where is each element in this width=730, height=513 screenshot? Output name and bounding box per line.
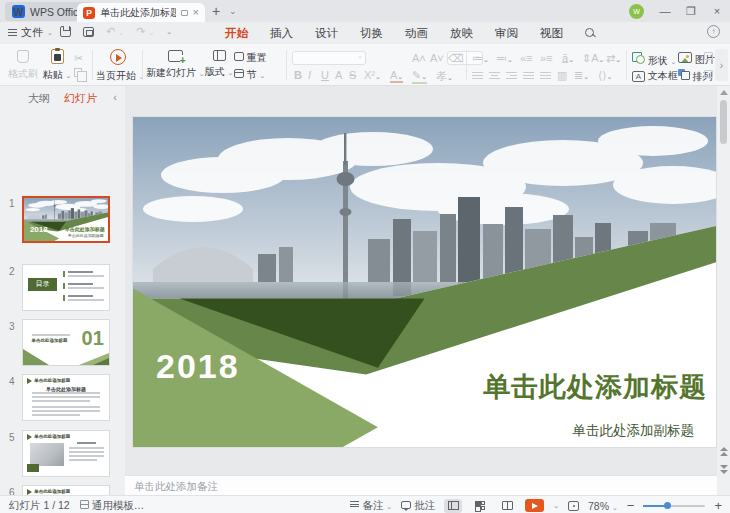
align-left-button[interactable]	[472, 70, 483, 81]
tab-list-dropdown-icon[interactable]: ⌄	[229, 6, 237, 16]
numbering-button[interactable]: ≕⌄	[496, 52, 513, 65]
tab-review[interactable]: 审阅	[494, 23, 519, 44]
increase-font-icon[interactable]: A˄	[412, 52, 426, 64]
tab-insert[interactable]: 插入	[269, 23, 294, 44]
shapes-button[interactable]: 形状 ⌄	[632, 52, 676, 68]
new-slide-button[interactable]: 新建幻灯片 ⌄	[146, 50, 204, 80]
slide-thumbnail-3[interactable]: 3 单击此处添加标题 01	[0, 319, 125, 368]
underline-button[interactable]: U	[321, 69, 329, 81]
undo-icon[interactable]: ↶ ⌄	[106, 25, 124, 38]
justify-button[interactable]	[523, 70, 534, 81]
tab-home[interactable]: 开始	[224, 23, 249, 44]
redo-icon[interactable]: ↷ ⌄	[136, 25, 154, 38]
next-slide-icon[interactable]	[719, 464, 728, 475]
thumbnail-canvas[interactable]: 单击此处添加标题 单击此处添加标题	[22, 374, 110, 421]
tab-transition[interactable]: 切换	[359, 23, 384, 44]
zoom-slider[interactable]	[643, 499, 705, 512]
restore-button[interactable]: ❐	[678, 5, 704, 18]
align-right-button[interactable]	[506, 70, 517, 81]
slide-thumbnail-2[interactable]: 2 目录	[0, 264, 125, 313]
thumbnail-canvas[interactable]: 单击此处添加标题 01	[22, 319, 110, 366]
decrease-font-icon[interactable]: A˅	[430, 52, 444, 64]
tab-view[interactable]: 视图	[539, 23, 564, 44]
normal-view-button[interactable]	[444, 499, 462, 513]
document-tab[interactable]: P 单击此处添加标题.pptx ×	[77, 3, 205, 22]
new-tab-button[interactable]: +	[212, 3, 220, 19]
paragraph-spacing-button[interactable]: ≣⌄	[574, 69, 589, 82]
thumbnail-canvas[interactable]: 目录	[22, 264, 110, 311]
notes-bar[interactable]: 单击此处添加备注	[125, 475, 717, 495]
print-icon[interactable]	[83, 27, 94, 37]
slide-year-text[interactable]: 2018	[156, 347, 240, 386]
close-tab-icon[interactable]: ×	[193, 7, 199, 18]
cut-button[interactable]: ✂	[74, 52, 83, 65]
italic-button[interactable]: I	[308, 69, 311, 81]
vertical-scrollbar[interactable]	[717, 86, 730, 495]
collapse-panel-icon[interactable]: ‹	[113, 91, 117, 103]
thumbnail-canvas[interactable]: 单击此处添加标题	[22, 430, 110, 477]
slide-thumbnail-4[interactable]: 4 单击此处添加标题 单击此处添加标题	[0, 374, 125, 423]
section-button[interactable]: 节 ⌄	[234, 68, 265, 82]
tab-outline[interactable]: 大纲	[28, 91, 50, 106]
zoom-slider-knob[interactable]	[664, 502, 671, 509]
scroll-up-icon[interactable]	[720, 90, 728, 95]
template-button[interactable]: 通用模板…	[80, 499, 144, 513]
thumbnail-canvas[interactable]: 2018 单击此处添加标题 单击此处添加副标题	[22, 196, 110, 243]
close-button[interactable]: ×	[704, 5, 730, 17]
comments-button[interactable]: 批注	[401, 499, 435, 513]
copy-button[interactable]	[74, 68, 82, 79]
bullets-button[interactable]: ≔⌄	[472, 52, 489, 65]
slide-thumbnail-5[interactable]: 5 单击此处添加标题	[0, 430, 125, 479]
search-icon[interactable]	[584, 27, 596, 39]
font-color-button[interactable]: A⌄	[390, 69, 403, 83]
minimize-button[interactable]: —	[652, 5, 678, 17]
ribbon-expand-button[interactable]: ›	[715, 49, 728, 81]
tab-design[interactable]: 设计	[314, 23, 339, 44]
phonetic-guide-button[interactable]: ā̲⌄	[562, 52, 574, 64]
char-border-button[interactable]: A	[335, 69, 342, 81]
current-slide[interactable]: 2018 单击此处添加标题 单击此处添加副标题	[133, 117, 716, 447]
zoom-level[interactable]: 78% ⌄	[588, 500, 618, 512]
slide-title-placeholder[interactable]: 单击此处添加标题	[483, 369, 707, 405]
previous-slide-icon[interactable]	[719, 446, 728, 457]
zoom-out-button[interactable]: −	[627, 498, 635, 513]
stamp-icon[interactable]	[704, 52, 713, 60]
tab-animation[interactable]: 动画	[404, 23, 429, 44]
strikethrough-button[interactable]: S	[349, 69, 356, 81]
ribbon-collapse-icon[interactable]: ↑	[707, 25, 720, 38]
format-painter-button[interactable]: 格式刷	[6, 50, 40, 81]
align-center-button[interactable]	[489, 70, 500, 81]
superscript-button[interactable]: X²⌄	[364, 69, 381, 81]
zoom-in-button[interactable]: +	[714, 498, 722, 513]
save-icon[interactable]	[60, 26, 71, 37]
user-avatar[interactable]: W	[629, 4, 644, 19]
text-direction-button[interactable]: ⇄⌄	[606, 52, 621, 65]
reading-view-button[interactable]	[498, 499, 516, 513]
tab-slideshow[interactable]: 放映	[449, 23, 474, 44]
slideshow-play-button[interactable]	[525, 499, 544, 512]
bold-button[interactable]: B	[294, 69, 302, 81]
slide-thumbnail-1[interactable]: 1 2018 单击此处添加标题 单击此处添加副标题	[0, 196, 125, 254]
reset-slide-button[interactable]: 重置	[234, 51, 267, 65]
distribute-button[interactable]	[540, 70, 551, 81]
play-from-current-button[interactable]: 当页开始 ⌄	[96, 49, 140, 83]
increase-indent-button[interactable]: »≡	[540, 52, 553, 64]
notes-toggle-button[interactable]: 备注 ⌄	[350, 499, 392, 513]
decrease-indent-button[interactable]: «≡	[520, 52, 533, 64]
scrollbar-thumb[interactable]	[720, 100, 727, 144]
slide-layout-button[interactable]: 版式 ⌄	[204, 50, 234, 79]
text-effect-button[interactable]: 孝⌄	[436, 69, 453, 84]
autofit-button[interactable]: ⟨⟩⌄	[598, 69, 612, 82]
file-menu-button[interactable]: 文件 ⌄	[8, 25, 53, 40]
slide-subtitle-placeholder[interactable]: 单击此处添加副标题	[573, 422, 695, 440]
slide-sorter-view-button[interactable]	[471, 499, 489, 513]
fit-slide-icon[interactable]	[568, 501, 579, 511]
paste-button[interactable]: 粘贴 ⌄	[40, 49, 74, 82]
line-spacing-button[interactable]: ⇕A⌄	[582, 52, 604, 65]
customize-quickbar-icon[interactable]: ⌄	[166, 28, 172, 36]
font-name-combobox[interactable]	[292, 51, 366, 65]
frame-icon[interactable]	[704, 70, 713, 78]
columns-button[interactable]: ▥	[557, 69, 567, 82]
highlight-button[interactable]: ✎⌄	[412, 69, 427, 84]
play-options-dropdown-icon[interactable]: ⌄	[553, 502, 559, 510]
